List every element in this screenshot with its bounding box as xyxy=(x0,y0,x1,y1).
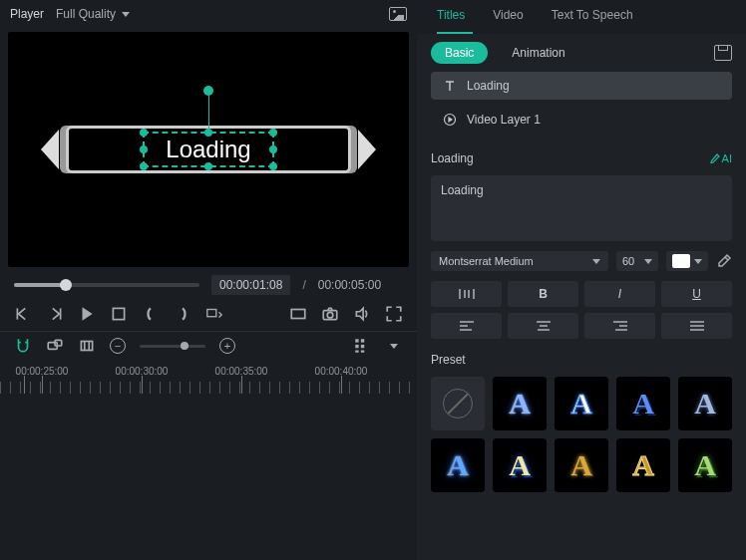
resize-handle-ml[interactable] xyxy=(140,145,148,153)
preset-outline-white[interactable]: A xyxy=(555,377,608,430)
align-justify-button[interactable] xyxy=(661,313,732,339)
preset-gold[interactable]: A xyxy=(555,438,608,492)
resize-handle-tl[interactable] xyxy=(140,129,148,137)
resize-handle-br[interactable] xyxy=(269,162,277,170)
selection-box[interactable] xyxy=(143,132,274,167)
current-time: 00:00:01:08 xyxy=(211,275,290,295)
resize-handle-mr[interactable] xyxy=(269,145,277,153)
preset-neon-blue[interactable]: A xyxy=(431,438,485,492)
resize-handle-bc[interactable] xyxy=(204,162,212,170)
fullscreen-button[interactable] xyxy=(385,305,403,323)
layer-label-loading: Loading xyxy=(467,79,510,93)
eyedropper-icon[interactable] xyxy=(716,253,732,269)
rotation-handle[interactable] xyxy=(203,86,213,96)
play-button[interactable] xyxy=(78,305,96,323)
align-center-button[interactable] xyxy=(508,313,578,339)
rotation-line xyxy=(208,92,209,130)
video-layer-icon xyxy=(443,113,457,127)
preset-glow-blue[interactable]: A xyxy=(493,377,547,430)
underline-button[interactable]: U xyxy=(661,281,732,307)
timeline-ruler[interactable]: 00:00:25:00 00:00:30:00 00:00:35:00 00:0… xyxy=(0,360,417,394)
save-preset-icon[interactable] xyxy=(714,45,732,61)
italic-button[interactable]: I xyxy=(584,281,655,307)
link-icon[interactable] xyxy=(46,338,64,354)
svg-rect-9 xyxy=(81,342,92,351)
preset-grid: A A A A A A A A A xyxy=(417,371,746,498)
chevron-down-icon xyxy=(592,259,600,264)
layer-item-loading[interactable]: Loading xyxy=(431,72,732,100)
mark-in-button[interactable] xyxy=(142,305,160,323)
prev-frame-button[interactable] xyxy=(14,305,32,323)
resize-handle-tc[interactable] xyxy=(204,129,212,137)
seek-slider[interactable] xyxy=(14,283,199,287)
text-layer-icon xyxy=(443,79,457,93)
svg-rect-13 xyxy=(361,339,364,342)
resize-handle-bl[interactable] xyxy=(140,162,148,170)
ai-button[interactable]: AI xyxy=(708,152,732,164)
preset-soft-blue[interactable]: A xyxy=(678,377,732,430)
marker-icon[interactable] xyxy=(78,338,96,354)
next-frame-button[interactable] xyxy=(46,305,64,323)
zoom-in-button[interactable]: + xyxy=(219,338,235,354)
zoom-out-button[interactable]: − xyxy=(110,338,126,354)
preset-deep-blue[interactable]: A xyxy=(616,377,670,430)
layer-item-video[interactable]: Video Layer 1 xyxy=(431,106,732,134)
mark-out-button[interactable] xyxy=(174,305,191,323)
tab-text-to-speech[interactable]: Text To Speech xyxy=(552,8,633,24)
zoom-slider[interactable] xyxy=(140,345,205,348)
svg-rect-12 xyxy=(355,339,358,342)
total-time: 00:00:05:00 xyxy=(318,278,381,292)
font-family-value: Montserrat Medium xyxy=(439,255,534,267)
zoom-thumb[interactable] xyxy=(181,342,188,350)
font-color-dropdown[interactable] xyxy=(666,251,708,271)
detach-preview-button[interactable] xyxy=(289,305,307,323)
stop-button[interactable] xyxy=(110,305,128,323)
section-title: Loading xyxy=(431,151,474,165)
chevron-down-icon xyxy=(694,259,702,264)
svg-rect-3 xyxy=(207,310,216,317)
title-text-input[interactable] xyxy=(431,175,732,241)
svg-rect-2 xyxy=(113,308,124,319)
svg-rect-4 xyxy=(291,310,305,319)
ai-label: AI xyxy=(722,152,732,164)
track-options-icon[interactable] xyxy=(353,338,371,354)
resize-handle-tr[interactable] xyxy=(269,129,277,137)
svg-rect-17 xyxy=(361,351,364,353)
svg-rect-15 xyxy=(361,345,364,348)
color-swatch xyxy=(672,254,690,268)
preset-none[interactable] xyxy=(431,377,485,430)
font-family-dropdown[interactable]: Montserrat Medium xyxy=(431,251,608,271)
align-right-button[interactable] xyxy=(584,313,655,339)
time-separator: / xyxy=(302,278,305,292)
layer-label-video: Video Layer 1 xyxy=(467,113,541,127)
magnet-icon[interactable] xyxy=(14,338,32,354)
chevron-down-icon xyxy=(644,259,652,264)
seek-thumb[interactable] xyxy=(60,279,72,291)
subtab-animation[interactable]: Animation xyxy=(498,42,578,64)
subtab-basic[interactable]: Basic xyxy=(431,42,488,64)
snapshot-icon[interactable] xyxy=(389,7,407,21)
align-left-button[interactable] xyxy=(431,313,502,339)
preview-viewport[interactable]: Loading xyxy=(8,32,409,267)
font-size-value: 60 xyxy=(622,255,634,267)
seek-fill xyxy=(14,283,66,287)
preset-green[interactable]: A xyxy=(678,438,732,492)
quality-dropdown[interactable]: Full Quality xyxy=(56,7,130,21)
player-label: Player xyxy=(10,7,44,21)
chevron-down-icon xyxy=(122,12,130,17)
volume-icon[interactable] xyxy=(353,305,371,323)
bold-button[interactable]: B xyxy=(508,281,578,307)
preset-label: Preset xyxy=(417,349,746,371)
spacing-button[interactable] xyxy=(431,281,502,307)
quality-value: Full Quality xyxy=(56,7,116,21)
resolution-dropdown[interactable] xyxy=(205,305,223,323)
preset-yellow-blue[interactable]: A xyxy=(493,438,547,492)
tab-titles[interactable]: Titles xyxy=(437,8,465,24)
tab-video[interactable]: Video xyxy=(493,8,523,24)
svg-point-6 xyxy=(327,312,333,318)
camera-icon[interactable] xyxy=(321,305,339,323)
font-size-dropdown[interactable]: 60 xyxy=(616,251,658,271)
svg-rect-16 xyxy=(355,351,358,353)
preset-gold-outline[interactable]: A xyxy=(616,438,670,492)
track-dropdown-icon[interactable] xyxy=(385,338,403,354)
